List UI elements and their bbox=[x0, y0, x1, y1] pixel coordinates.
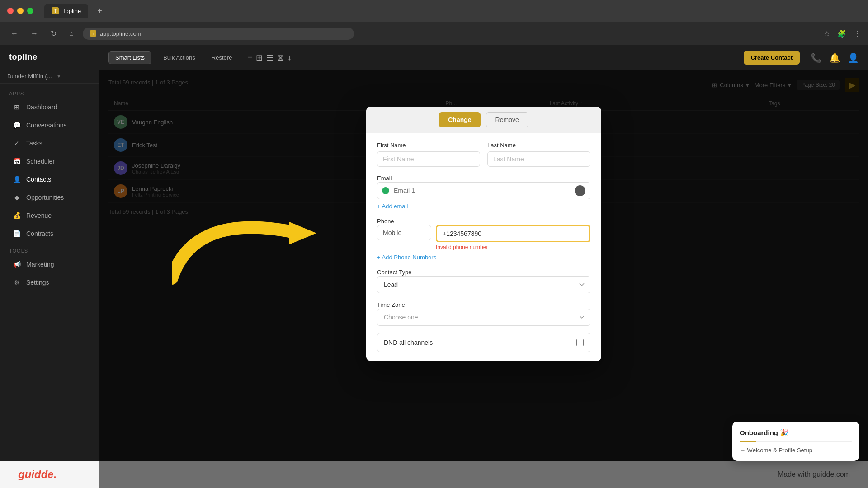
modal-top-actions: Change Remove bbox=[366, 107, 601, 133]
bell-icon[interactable]: 🔔 bbox=[829, 52, 840, 63]
sidebar-item-contacts[interactable]: 👤 Contacts bbox=[4, 171, 96, 188]
sidebar-item-label: Conversations bbox=[26, 122, 67, 129]
new-tab-button[interactable]: + bbox=[97, 6, 102, 16]
address-text: app.topline.com bbox=[100, 30, 142, 37]
close-button[interactable] bbox=[7, 8, 14, 14]
forward-button[interactable]: → bbox=[27, 28, 42, 39]
sidebar: topline Dunder Mifflin (... ▾ Apps ⊞ Das… bbox=[0, 45, 99, 488]
extensions-icon[interactable]: 🧩 bbox=[837, 29, 846, 38]
dnd-checkbox[interactable] bbox=[576, 339, 584, 346]
contact-type-label: Contact Type bbox=[377, 269, 411, 276]
bulk-actions-button[interactable]: Bulk Actions bbox=[159, 52, 200, 64]
contacts-icon: 👤 bbox=[13, 175, 21, 183]
first-name-group: First Name bbox=[377, 142, 480, 167]
timezone-section: Time Zone Choose one... bbox=[377, 300, 590, 326]
sidebar-item-scheduler[interactable]: 📅 Scheduler bbox=[4, 153, 96, 170]
dnd-label: DND all channels bbox=[384, 339, 433, 346]
contact-type-select[interactable]: Lead Contact Customer bbox=[377, 276, 590, 293]
first-name-input[interactable] bbox=[377, 151, 480, 167]
bookmark-icon[interactable]: ☆ bbox=[824, 29, 830, 38]
onboarding-progress-fill bbox=[740, 441, 756, 442]
timezone-select[interactable]: Choose one... bbox=[377, 309, 590, 326]
revenue-icon: 💰 bbox=[13, 211, 21, 220]
back-button[interactable]: ← bbox=[7, 28, 22, 39]
phone-error-message: Invalid phone number bbox=[436, 244, 590, 250]
last-name-input[interactable] bbox=[487, 151, 590, 167]
sidebar-item-contracts[interactable]: 📄 Contracts bbox=[4, 225, 96, 242]
email-input-row: i bbox=[377, 182, 590, 199]
workspace-chevron: ▾ bbox=[57, 73, 61, 80]
refresh-button[interactable]: ↻ bbox=[47, 28, 60, 40]
last-name-label: Last Name bbox=[487, 142, 590, 149]
sidebar-item-conversations[interactable]: 💬 Conversations bbox=[4, 117, 96, 134]
contacts-topbar: Smart Lists Bulk Actions Restore + ⊞ ☰ ⊠… bbox=[99, 45, 868, 70]
dnd-section: DND all channels bbox=[377, 333, 590, 352]
conversations-icon: 💬 bbox=[13, 121, 21, 129]
tasks-icon: ✓ bbox=[13, 139, 21, 147]
email-input[interactable] bbox=[394, 187, 570, 194]
email-section: Email i + Add email bbox=[377, 174, 590, 210]
change-photo-button[interactable]: Change bbox=[439, 112, 480, 127]
add-phone-link[interactable]: + Add Phone Numbers bbox=[377, 254, 590, 261]
create-contact-button[interactable]: Create Contact bbox=[744, 51, 800, 65]
onboarding-panel: Onboarding 🎉 → Welcome & Profile Setup bbox=[732, 422, 859, 461]
sidebar-item-label: Tasks bbox=[26, 140, 42, 147]
name-row: First Name Last Name bbox=[377, 142, 590, 167]
sidebar-item-label: Contacts bbox=[26, 176, 51, 183]
tab-icon: T bbox=[52, 7, 59, 14]
filter-icon[interactable]: ⊞ bbox=[256, 53, 263, 63]
onboarding-setup-link[interactable]: → Welcome & Profile Setup bbox=[740, 447, 852, 454]
last-name-group: Last Name bbox=[487, 142, 590, 167]
scheduler-icon: 📅 bbox=[13, 157, 21, 165]
sidebar-item-label: Revenue bbox=[26, 212, 52, 219]
sidebar-item-label: Scheduler bbox=[26, 158, 55, 165]
minimize-button[interactable] bbox=[17, 8, 24, 14]
restore-button[interactable]: Restore bbox=[207, 52, 237, 64]
user-profile-icon[interactable]: 👤 bbox=[848, 52, 859, 63]
sidebar-item-marketing[interactable]: 📢 Marketing bbox=[4, 256, 96, 273]
address-bar[interactable]: T app.topline.com bbox=[83, 28, 354, 40]
add-icon[interactable]: + bbox=[247, 53, 252, 63]
browser-chrome: T Topline + ← → ↻ ⌂ T app.topline.com ☆ … bbox=[0, 0, 868, 45]
add-email-link[interactable]: + Add email bbox=[377, 203, 590, 210]
menu-icon[interactable]: ⋮ bbox=[854, 29, 861, 38]
sort-icon[interactable]: ☰ bbox=[266, 53, 274, 63]
tab-title: Topline bbox=[62, 8, 81, 14]
phone-type-select[interactable]: Mobile Home Work bbox=[377, 225, 431, 240]
maximize-button[interactable] bbox=[27, 8, 33, 14]
workspace-selector[interactable]: Dunder Mifflin (... ▾ bbox=[0, 69, 99, 84]
marketing-icon: 📢 bbox=[13, 260, 21, 268]
first-name-label: First Name bbox=[377, 142, 480, 149]
email-info-icon[interactable]: i bbox=[575, 185, 585, 196]
opportunities-icon: ◆ bbox=[13, 193, 21, 202]
phone-label: Phone bbox=[377, 218, 394, 225]
sidebar-item-revenue[interactable]: 💰 Revenue bbox=[4, 207, 96, 224]
phone-number-input[interactable] bbox=[436, 225, 590, 242]
remove-photo-button[interactable]: Remove bbox=[486, 112, 528, 127]
phone-icon[interactable]: 📞 bbox=[811, 52, 822, 63]
smart-lists-button[interactable]: Smart Lists bbox=[108, 51, 151, 64]
home-button[interactable]: ⌂ bbox=[66, 28, 77, 39]
download-icon[interactable]: ↓ bbox=[288, 53, 292, 63]
sidebar-item-opportunities[interactable]: ◆ Opportunities bbox=[4, 189, 96, 206]
sidebar-item-label: Marketing bbox=[26, 261, 54, 268]
workspace-name: Dunder Mifflin (... bbox=[7, 73, 52, 80]
modal-body: First Name Last Name Email bbox=[366, 133, 601, 361]
browser-tab[interactable]: T Topline bbox=[44, 4, 88, 18]
sidebar-item-dashboard[interactable]: ⊞ Dashboard bbox=[4, 99, 96, 116]
contracts-icon: 📄 bbox=[13, 230, 21, 238]
sidebar-item-tasks[interactable]: ✓ Tasks bbox=[4, 135, 96, 152]
dashboard-icon: ⊞ bbox=[13, 103, 21, 111]
browser-titlebar: T Topline + bbox=[0, 0, 868, 22]
contact-edit-modal: Change Remove First Name Last Name bbox=[366, 107, 601, 361]
browser-toolbar-icons: ☆ 🧩 ⋮ bbox=[824, 29, 861, 38]
onboarding-title: Onboarding 🎉 bbox=[740, 429, 852, 437]
traffic-lights bbox=[7, 8, 33, 14]
grid-icon[interactable]: ⊠ bbox=[277, 53, 284, 63]
brand-logo: topline bbox=[0, 45, 99, 69]
sidebar-item-settings[interactable]: ⚙ Settings bbox=[4, 274, 96, 291]
browser-toolbar: ← → ↻ ⌂ T app.topline.com ☆ 🧩 ⋮ bbox=[0, 22, 868, 45]
settings-icon: ⚙ bbox=[13, 278, 21, 286]
sidebar-item-label: Opportunities bbox=[26, 194, 64, 201]
sidebar-item-label: Contracts bbox=[26, 230, 53, 237]
